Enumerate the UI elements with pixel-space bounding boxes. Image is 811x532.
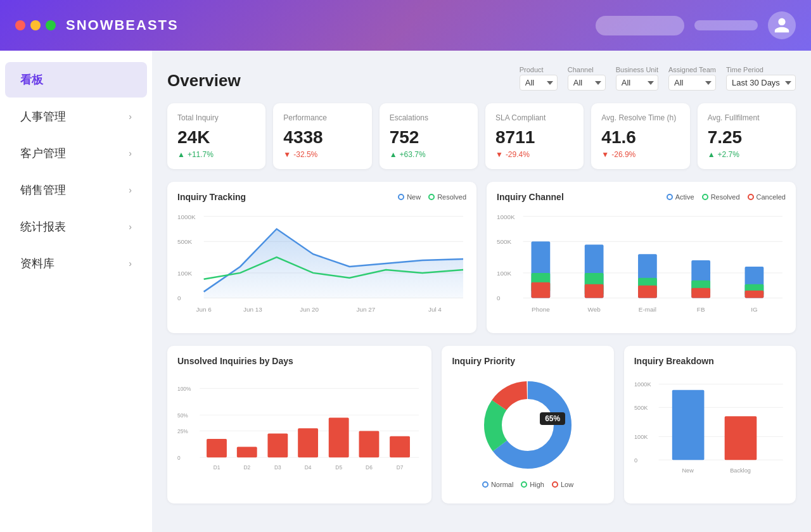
inquiry-tracking-header: Inquiry Tracking New Resolved bbox=[177, 192, 466, 202]
svg-rect-54 bbox=[329, 417, 349, 457]
inquiry-breakdown-title: Inquiry Breakdown bbox=[634, 356, 714, 366]
sidebar-item-sales[interactable]: 销售管理 › bbox=[5, 172, 147, 208]
svg-text:100K: 100K bbox=[497, 270, 512, 277]
svg-rect-77 bbox=[672, 390, 705, 460]
svg-text:D6: D6 bbox=[366, 464, 373, 471]
chevron-right-icon: › bbox=[129, 148, 132, 158]
legend-active: Active bbox=[667, 193, 694, 201]
svg-text:D3: D3 bbox=[274, 464, 281, 471]
kpi-value-5: 7.25 bbox=[708, 127, 786, 148]
svg-text:E-mail: E-mail bbox=[639, 306, 656, 313]
filter-channel-label: Channel bbox=[568, 66, 606, 73]
filter-team-select[interactable]: All bbox=[668, 75, 716, 91]
legend-high: High bbox=[521, 481, 544, 488]
svg-text:100K: 100K bbox=[177, 270, 193, 277]
kpi-label-4: Avg. Resolve Time (h) bbox=[601, 113, 679, 122]
close-dot[interactable] bbox=[15, 20, 25, 30]
inquiry-channel-title: Inquiry Channel bbox=[497, 192, 564, 202]
filter-time-select[interactable]: Last 30 Days bbox=[726, 75, 796, 91]
inquiry-tracking-title: Inquiry Tracking bbox=[177, 192, 246, 202]
kpi-escalations: Escalations 752 ▲ +63.7% bbox=[380, 103, 478, 169]
inquiry-breakdown-card: Inquiry Breakdown 1000K 500K 100K 0 bbox=[624, 346, 796, 504]
svg-text:D5: D5 bbox=[335, 464, 342, 471]
svg-text:Backlog: Backlog bbox=[730, 467, 751, 474]
filter-assigned-team: Assigned Team All bbox=[668, 66, 716, 91]
legend-label-low: Low bbox=[561, 481, 573, 488]
kpi-change-1: ▼ -32.5% bbox=[283, 150, 361, 159]
inquiry-channel-card: Inquiry Channel Active Resolved Cance bbox=[487, 182, 796, 333]
unsolved-inquiries-card: Unsolved Inquiries by Days 100% 50% 25% … bbox=[167, 346, 431, 504]
legend-label-canceled: Canceled bbox=[757, 193, 786, 201]
filter-channel-select[interactable]: All bbox=[568, 75, 606, 91]
app-title: SNOWBEASTS bbox=[66, 17, 596, 34]
svg-text:Jul 4: Jul 4 bbox=[428, 306, 442, 313]
window-controls bbox=[15, 20, 56, 30]
svg-text:Jun 27: Jun 27 bbox=[357, 306, 376, 313]
svg-text:0: 0 bbox=[634, 457, 637, 464]
inquiry-priority-title: Inquiry Priority bbox=[452, 356, 515, 366]
content-area: Overview Product All Channel All Busines… bbox=[152, 51, 811, 532]
filter-group: Product All Channel All Business Unit Al… bbox=[520, 66, 796, 91]
legend-label-normal: Normal bbox=[491, 481, 513, 488]
legend-low: Low bbox=[552, 481, 573, 488]
minimize-dot[interactable] bbox=[30, 20, 41, 30]
svg-text:500K: 500K bbox=[497, 238, 512, 245]
kpi-change-3: ▼ -29.4% bbox=[495, 150, 573, 159]
svg-rect-50 bbox=[207, 439, 227, 457]
inquiry-tracking-chart: 1000K 500K 100K 0 bbox=[177, 210, 466, 320]
filter-channel: Channel All bbox=[568, 66, 606, 91]
legend-canceled: Canceled bbox=[748, 193, 786, 201]
topbar-action-button[interactable] bbox=[694, 20, 758, 30]
sidebar-item-hr[interactable]: 人事管理 › bbox=[5, 99, 147, 134]
svg-text:0: 0 bbox=[177, 295, 181, 302]
inquiry-channel-chart: 1000K 500K 100K 0 bbox=[497, 210, 786, 320]
svg-text:New: New bbox=[682, 467, 694, 474]
kpi-resolve-time: Avg. Resolve Time (h) 41.6 ▼ -26.9% bbox=[591, 103, 689, 169]
legend-label-resolved: Resolved bbox=[437, 193, 466, 201]
topbar-right bbox=[596, 11, 796, 39]
sidebar-item-reports[interactable]: 统计报表 › bbox=[5, 209, 147, 244]
legend-dot-resolved-ch bbox=[702, 194, 708, 200]
kpi-label-0: Total Inquiry bbox=[177, 113, 255, 122]
kpi-change-0: ▲ +11.7% bbox=[177, 150, 255, 159]
avatar[interactable] bbox=[768, 11, 796, 39]
inquiry-tracking-card: Inquiry Tracking New Resolved bbox=[167, 182, 476, 333]
svg-rect-33 bbox=[691, 288, 710, 298]
sidebar: 看板 人事管理 › 客户管理 › 销售管理 › 统计报表 › 资料库 › bbox=[0, 51, 152, 532]
legend-label-new: New bbox=[407, 193, 421, 201]
svg-rect-36 bbox=[745, 291, 764, 298]
svg-text:IG: IG bbox=[751, 306, 757, 313]
search-input[interactable] bbox=[596, 16, 684, 35]
sidebar-label-hr: 人事管理 bbox=[20, 109, 66, 124]
overview-header: Overview Product All Channel All Busines… bbox=[167, 66, 796, 91]
sidebar-item-resources[interactable]: 资料库 › bbox=[5, 246, 147, 281]
kpi-total-inquiry: Total Inquiry 24K ▲ +11.7% bbox=[167, 103, 265, 169]
sidebar-item-dashboard[interactable]: 看板 bbox=[5, 62, 147, 98]
bottom-row: Unsolved Inquiries by Days 100% 50% 25% … bbox=[167, 346, 796, 504]
svg-rect-53 bbox=[298, 428, 318, 457]
sidebar-item-customers[interactable]: 客户管理 › bbox=[5, 136, 147, 171]
topbar: SNOWBEASTS bbox=[0, 0, 811, 51]
chevron-right-icon: › bbox=[129, 222, 132, 232]
legend-normal: Normal bbox=[482, 481, 513, 488]
svg-text:1000K: 1000K bbox=[634, 381, 651, 388]
svg-rect-24 bbox=[532, 282, 551, 298]
filter-product-label: Product bbox=[520, 66, 558, 73]
filter-product-select[interactable]: All bbox=[520, 75, 558, 91]
legend-dot-new bbox=[398, 194, 404, 200]
kpi-row: Total Inquiry 24K ▲ +11.7% Performance 4… bbox=[167, 103, 796, 169]
legend-dot-high bbox=[521, 481, 527, 488]
filter-bu-select[interactable]: All bbox=[616, 75, 658, 91]
svg-text:1000K: 1000K bbox=[497, 213, 515, 220]
kpi-label-2: Escalations bbox=[390, 113, 468, 122]
svg-text:500K: 500K bbox=[634, 405, 648, 411]
sidebar-label-reports: 统计报表 bbox=[20, 219, 66, 234]
svg-text:Jun 6: Jun 6 bbox=[196, 306, 212, 313]
legend-dot-normal bbox=[482, 481, 489, 488]
maximize-dot[interactable] bbox=[46, 20, 56, 30]
page-title: Overview bbox=[167, 71, 504, 91]
kpi-change-5: ▲ +2.7% bbox=[708, 150, 786, 159]
legend-label-resolved-ch: Resolved bbox=[711, 193, 740, 201]
charts-row-1: Inquiry Tracking New Resolved bbox=[167, 182, 796, 333]
svg-rect-78 bbox=[724, 416, 757, 460]
